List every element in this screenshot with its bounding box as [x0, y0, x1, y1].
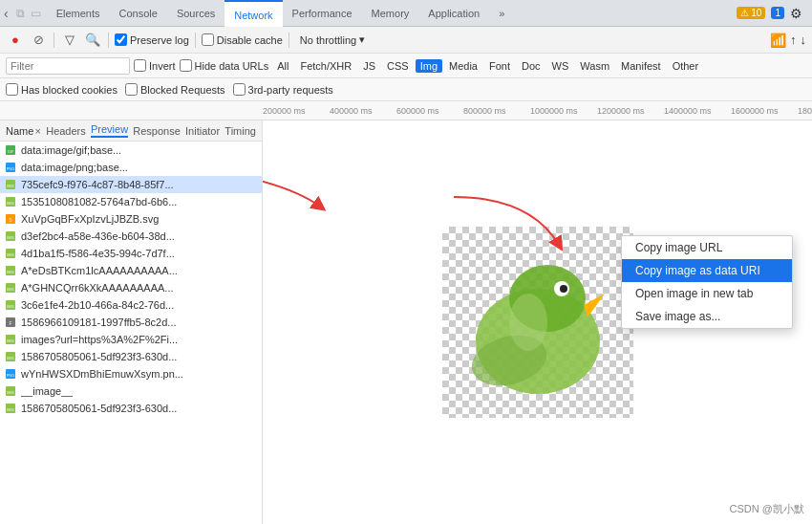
file-type-icon: IMG: [4, 333, 17, 346]
tab-performance[interactable]: Performance: [283, 0, 362, 27]
ruler-mark: 400000 ms: [330, 106, 396, 116]
filter-type-ws[interactable]: WS: [547, 59, 574, 73]
file-type-icon: GIF: [4, 143, 17, 157]
filter-button[interactable]: ▽: [60, 31, 79, 50]
stop-button[interactable]: ⊘: [29, 31, 48, 50]
name-col-header: Name × Headers Preview Response Initiato…: [0, 120, 262, 142]
tab-console[interactable]: Console: [110, 0, 167, 27]
preview-area: Copy image URLCopy image as data URIOpen…: [263, 120, 812, 524]
file-item[interactable]: IMG3c6e1fe4-2b10-466a-84c2-76d...: [0, 296, 262, 314]
tab-application[interactable]: Application: [418, 0, 489, 27]
preserve-log-label[interactable]: Preserve log: [115, 33, 189, 46]
svg-marker-34: [584, 294, 605, 317]
svg-point-36: [560, 285, 567, 293]
filter-type-fetch/xhr[interactable]: Fetch/XHR: [295, 59, 356, 73]
inspect-icon[interactable]: ⧉: [16, 7, 25, 20]
file-item[interactable]: SXuVpGqBFxXpIzvLjJBZB.svg: [0, 210, 262, 228]
context-menu-item[interactable]: Copy image as data URI: [622, 259, 792, 282]
throttling-dropdown[interactable]: No throttling ▾: [295, 31, 370, 49]
filter-type-wasm[interactable]: Wasm: [575, 59, 614, 73]
filter-type-other[interactable]: Other: [668, 59, 704, 73]
main-area: Name × Headers Preview Response Initiato…: [0, 120, 812, 524]
filter-type-js[interactable]: JS: [358, 59, 380, 73]
context-menu-item[interactable]: Save image as...: [622, 305, 792, 328]
file-item[interactable]: IMG1586705805061-5df923f3-630d...: [0, 400, 262, 417]
filter-type-css[interactable]: CSS: [382, 59, 414, 73]
ruler-mark: 1000000 ms: [530, 106, 597, 116]
file-item[interactable]: IMG1586705805061-5df923f3-630d...: [0, 348, 262, 365]
initiator-tab[interactable]: Initiator: [185, 125, 220, 137]
file-list: GIFdata:image/gif;base...PNGdata:image/p…: [0, 142, 262, 524]
third-party-label[interactable]: 3rd-party requests: [233, 83, 333, 96]
file-item[interactable]: IMGimages?url=https%3A%2F%2Fi...: [0, 331, 262, 348]
response-tab[interactable]: Response: [133, 125, 181, 137]
back-icon[interactable]: ‹: [4, 6, 9, 21]
file-item[interactable]: IMGA*GHNCQrr6kXkAAAAAAAAA...: [0, 279, 262, 296]
headers-tab[interactable]: Headers: [46, 125, 86, 137]
filter-type-all[interactable]: All: [272, 59, 293, 73]
settings-icon[interactable]: ⚙: [790, 6, 802, 21]
svg-text:IMG: IMG: [7, 270, 14, 274]
filter-type-doc[interactable]: Doc: [517, 59, 545, 73]
tab-memory[interactable]: Memory: [362, 0, 419, 27]
file-item[interactable]: F1586966109181-1997ffb5-8c2d...: [0, 314, 262, 331]
search-button[interactable]: 🔍: [83, 31, 102, 50]
invert-label[interactable]: Invert: [134, 59, 176, 72]
file-item[interactable]: GIFdata:image/gif;base...: [0, 142, 262, 159]
preserve-log-checkbox[interactable]: [115, 33, 127, 46]
wifi-icon[interactable]: 📶: [770, 33, 786, 48]
download-icon[interactable]: ↓: [801, 33, 807, 47]
invert-checkbox[interactable]: [134, 59, 146, 72]
disable-cache-checkbox[interactable]: [202, 33, 214, 46]
filter-type-font[interactable]: Font: [484, 59, 515, 73]
svg-text:IMG: IMG: [7, 235, 14, 240]
file-item[interactable]: IMGd3ef2bc4-a58e-436e-b604-38d...: [0, 228, 262, 245]
tab-elements[interactable]: Elements: [47, 0, 110, 27]
file-type-icon: PNG: [4, 367, 17, 381]
filter-type-img[interactable]: Img: [416, 59, 442, 73]
dock-icon[interactable]: ▭: [31, 7, 41, 20]
filter-type-manifest[interactable]: Manifest: [616, 59, 666, 73]
header-icons: ⚠ 10 1 ⚙: [737, 6, 808, 21]
tab-sources[interactable]: Sources: [167, 0, 224, 27]
file-item[interactable]: IMG__image__: [0, 382, 262, 400]
file-name-text: 4d1ba1f5-f586-4e35-994c-7d7f...: [21, 248, 175, 259]
file-item[interactable]: IMG735cefc9-f976-4c87-8b48-85f7...: [0, 176, 262, 193]
context-menu: Copy image URLCopy image as data URIOpen…: [621, 235, 793, 329]
has-blocked-cookies-checkbox[interactable]: [6, 83, 18, 96]
has-blocked-cookies-label[interactable]: Has blocked cookies: [6, 83, 118, 96]
file-item[interactable]: IMG4d1ba1f5-f586-4e35-994c-7d7f...: [0, 245, 262, 262]
file-item[interactable]: PNGwYnHWSXDmBhiEmuwXsym.pn...: [0, 365, 262, 382]
tab-group: ‹ ⧉ ▭ Elements Console Sources Network P…: [4, 0, 737, 27]
file-name-text: A*GHNCQrr6kXkAAAAAAAAA...: [21, 282, 174, 294]
timeline-ruler: 200000 ms400000 ms600000 ms800000 ms1000…: [0, 101, 812, 120]
file-item[interactable]: IMGA*eDsBTKcm1lcAAAAAAAAAA...: [0, 262, 262, 279]
tab-network[interactable]: Network: [224, 0, 282, 27]
svg-point-38: [509, 294, 547, 351]
blocked-requests-checkbox[interactable]: [125, 83, 138, 96]
file-name-text: wYnHWSXDmBhiEmuwXsym.pn...: [21, 368, 183, 380]
context-menu-item[interactable]: Copy image URL: [622, 236, 792, 259]
file-item[interactable]: IMG1535108081082-5764a7bd-6b6...: [0, 193, 262, 210]
filter-input[interactable]: [6, 57, 130, 75]
file-name-text: A*eDsBTKcm1lcAAAAAAAAAA...: [21, 265, 178, 276]
record-button[interactable]: ●: [6, 31, 25, 50]
close-name-col-btn[interactable]: ×: [35, 125, 41, 137]
ruler-mark: 200000 ms: [263, 106, 330, 116]
blocked-requests-label[interactable]: Blocked Requests: [125, 83, 225, 96]
third-party-checkbox[interactable]: [233, 83, 246, 96]
file-item[interactable]: PNGdata:image/png;base...: [0, 159, 262, 176]
context-menu-item[interactable]: Open image in new tab: [622, 282, 792, 305]
ruler-mark: 1200000 ms: [597, 106, 664, 116]
left-panel: Name × Headers Preview Response Initiato…: [0, 120, 263, 524]
filter-type-media[interactable]: Media: [444, 59, 482, 73]
file-type-icon: IMG: [4, 298, 17, 312]
timing-tab[interactable]: Timing: [224, 125, 256, 137]
hide-data-checkbox[interactable]: [180, 59, 192, 72]
upload-icon[interactable]: ↑: [790, 33, 797, 47]
preview-tab[interactable]: Preview: [91, 123, 128, 138]
file-name-text: 1535108081082-5764a7bd-6b6...: [21, 196, 177, 207]
disable-cache-label[interactable]: Disable cache: [202, 33, 283, 46]
tab-more[interactable]: »: [489, 0, 514, 27]
hide-data-label[interactable]: Hide data URLs: [180, 59, 269, 72]
